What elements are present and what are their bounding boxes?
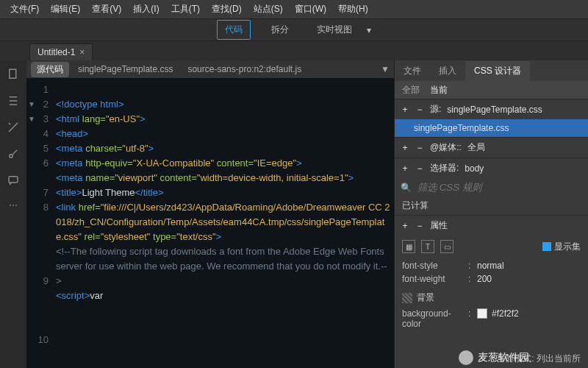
subtab-all[interactable]: 全部 [402,84,420,96]
property-row[interactable]: font-style : normal [402,259,581,272]
selectors-row[interactable]: + − 选择器: body [395,158,588,178]
selectors-label: 选择器: [430,162,459,174]
sources-row[interactable]: + − 源: singlePageTemplate.css [395,99,588,119]
text-icon[interactable]: T [421,240,434,253]
view-code-button[interactable]: 代码 [217,20,251,40]
menu-view[interactable]: 查看(V) [86,3,127,15]
menu-insert[interactable]: 插入(I) [127,3,165,15]
menu-tools[interactable]: 工具(T) [165,3,206,15]
property-value[interactable]: #f2f2f2 [492,308,519,329]
minus-icon[interactable]: − [415,143,424,153]
menu-file[interactable]: 文件(F) [4,3,45,15]
property-key: font-style [402,261,468,271]
properties-label: 属性 [430,219,448,232]
media-row[interactable]: + − @媒体:: 全局 [395,138,588,158]
background-section: 背景 background-color : #f2f2f2 [395,287,588,335]
tool-rail: ⋯ [0,60,26,368]
media-label: @媒体:: [430,141,462,154]
tab-files[interactable]: 文件 [395,61,430,81]
selectors-value: body [465,163,484,174]
property-value[interactable]: 200 [477,274,492,284]
related-file-1[interactable]: singlePageTemplate.css [72,64,179,74]
line-number: ▼2 [26,97,49,112]
property-value[interactable]: normal [477,261,504,271]
brush-icon[interactable] [7,147,20,160]
line-number: 7 [26,185,49,200]
media-value: 全局 [467,141,485,154]
property-row[interactable]: font-weight : 200 [402,272,581,286]
svg-rect-0 [10,69,16,78]
code-area[interactable]: 1 ▼2 ▼3 4 5 6 7 8 9 10 <!doctype html> <… [26,78,394,368]
property-key: font-weight [402,274,468,284]
layout-icon[interactable]: ▦ [402,240,415,253]
menu-find[interactable]: 查找(D) [206,3,248,15]
properties-row: + − 属性 [395,216,588,236]
line-number: 1 [26,82,49,97]
plus-icon[interactable]: + [401,143,409,153]
property-key: background-color [402,308,468,329]
more-icon[interactable]: ⋯ [9,200,18,210]
border-icon[interactable]: ▭ [440,240,453,253]
source-code-badge[interactable]: 源代码 [31,62,69,77]
filter-icon[interactable]: ▼ [381,64,390,74]
line-number: 8 [26,200,49,274]
chevron-down-icon[interactable]: ▾ [367,25,371,35]
line-number: 5 [26,141,49,156]
line-number: ▼3 [26,112,49,127]
fold-icon[interactable]: ▼ [28,97,35,112]
panel-subtabs: 全部 当前 [395,81,588,99]
line-gutter: 1 ▼2 ▼3 4 5 6 7 8 9 10 [26,78,53,368]
minus-icon[interactable]: − [415,221,424,231]
watermark-logo-icon [459,350,473,365]
menu-help[interactable]: 帮助(H) [332,3,374,15]
fold-icon[interactable]: ▼ [28,112,35,127]
watermark-text: 麦葱软件园 [478,351,529,364]
showset-checkbox[interactable] [542,242,551,251]
sources-value: singlePageTemplate.css [447,105,542,115]
plus-icon[interactable]: + [401,221,409,231]
minus-icon[interactable]: − [415,163,424,174]
plus-icon[interactable]: + [401,163,409,174]
line-number: 4 [26,127,49,141]
css-designer-panel: 文件 插入 CSS 设计器 全部 当前 + − 源: singlePageTem… [394,60,588,368]
tab-insert[interactable]: 插入 [430,61,465,81]
view-mode-bar: 代码 拆分 实时视图 ▾ [0,19,588,41]
tab-title: Untitled-1 [37,47,75,57]
computed-label: 已计算 [395,197,588,215]
manage-icon[interactable] [7,94,20,107]
files-icon[interactable] [7,68,20,81]
search-icon: 🔍 [401,183,412,193]
close-icon[interactable]: × [79,47,85,57]
background-icon [402,293,412,303]
property-row[interactable]: background-color : #f2f2f2 [402,304,581,330]
chat-icon[interactable] [7,174,20,187]
filter-row: 🔍 [395,178,588,197]
minus-icon[interactable]: − [415,105,424,115]
menu-edit[interactable]: 编辑(E) [45,3,86,15]
sources-label: 源: [430,103,441,116]
svg-rect-2 [9,177,18,183]
menu-window[interactable]: 窗口(W) [289,3,332,15]
source-item-selected[interactable]: singlePageTemplate.css [395,119,588,137]
color-swatch[interactable] [477,308,487,319]
menu-site[interactable]: 站点(S) [248,3,289,15]
code-lines[interactable]: <!doctype html> <html lang="en-US"> <hea… [53,78,394,368]
panel-tabs: 文件 插入 CSS 设计器 [395,60,588,81]
wand-icon[interactable] [7,121,20,134]
plus-icon[interactable]: + [401,105,409,115]
tab-css-designer[interactable]: CSS 设计器 [465,61,530,81]
svg-point-1 [10,155,13,158]
line-number: 10 [26,333,49,347]
view-live-button[interactable]: 实时视图 [309,21,359,39]
related-file-2[interactable]: source-sans-pro:n2:default.js [182,64,307,74]
subtab-current[interactable]: 当前 [430,84,448,96]
view-split-button[interactable]: 拆分 [264,21,296,39]
filter-input[interactable] [417,182,582,193]
line-number: 6 [26,156,49,185]
related-files-bar: 源代码 singlePageTemplate.css source-sans-p… [26,60,394,78]
line-number: 9 [26,274,49,333]
tab-untitled[interactable]: Untitled-1 × [29,43,93,60]
background-label: 背景 [417,291,434,304]
code-editor: 源代码 singlePageTemplate.css source-sans-p… [26,60,394,368]
watermark: 麦葱软件园 [459,350,529,365]
